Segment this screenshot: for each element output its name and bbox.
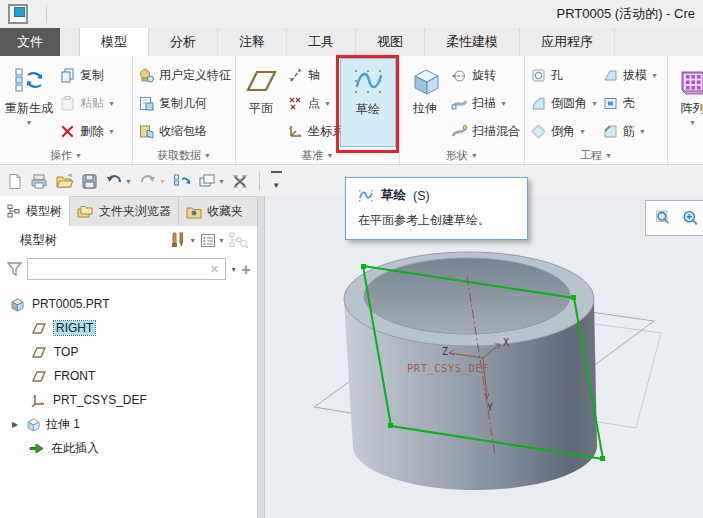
zoom-in-icon[interactable] (682, 208, 699, 228)
rib-dropdown[interactable]: ▼ (639, 128, 646, 135)
add-filter-button[interactable]: + (241, 261, 251, 278)
group-label-get-data[interactable]: 获取数据▼ (133, 147, 235, 164)
group-label-datum[interactable]: 基准▼ (236, 147, 399, 164)
get-data-column: 用户定义特征 复制几何 收缩包络 (135, 58, 234, 147)
udf-button[interactable]: 用户定义特征 (135, 61, 234, 89)
redo-button[interactable]: ▼ (139, 173, 166, 189)
regenerate-small-button[interactable] (173, 173, 191, 190)
clear-filter-icon[interactable]: ✕ (208, 263, 221, 276)
tree-item-part[interactable]: PRT0005.PRT (0, 292, 257, 316)
tab-flexible-modeling[interactable]: 柔性建模 (425, 28, 520, 56)
draft-label: 拔模 (623, 67, 647, 84)
tab-annotate[interactable]: 注释 (218, 28, 287, 56)
group-label-engineering[interactable]: 工程▼ (525, 147, 667, 164)
round-button[interactable]: 倒圆角 ▼ (527, 89, 599, 117)
swept-blend-label: 扫描混合 (472, 123, 520, 140)
filter-dropdown[interactable]: ▼ (230, 266, 237, 273)
tab-file[interactable]: 文件 (0, 28, 60, 56)
tree-item-extrude1[interactable]: ▶ 拉伸 1 (0, 412, 257, 436)
tree-item-csys[interactable]: PRT_CSYS_DEF (0, 388, 257, 412)
navigator-panel: 模型树 文件夹浏览器 收藏夹 模型树 ▼ ▼ (0, 196, 258, 518)
tree-filter-input[interactable] (32, 261, 208, 277)
point-button[interactable]: 点 ▼ (284, 89, 340, 117)
undo-button[interactable]: ▼ (105, 173, 132, 189)
csys-button[interactable]: 坐标系 (284, 117, 340, 145)
chamfer-dropdown[interactable]: ▼ (579, 128, 586, 135)
tab-applications[interactable]: 应用程序 (520, 28, 615, 56)
copy-label: 复制 (80, 67, 104, 84)
pattern-dropdown[interactable]: ▼ (689, 119, 696, 126)
paste-button[interactable]: 粘贴 ▼ (56, 89, 118, 117)
round-dropdown[interactable]: ▼ (591, 100, 598, 107)
tab-tools[interactable]: 工具 (287, 28, 356, 56)
new-file-button[interactable] (7, 173, 23, 190)
pattern-button[interactable]: 阵列 ▼ (671, 58, 703, 147)
tree-item-top[interactable]: TOP (0, 340, 257, 364)
delete-dropdown[interactable]: ▼ (108, 128, 115, 135)
point-dropdown[interactable]: ▼ (324, 100, 331, 107)
sweep-dropdown[interactable]: ▼ (500, 100, 507, 107)
tree-item-insert-here[interactable]: 在此插入 (0, 436, 257, 460)
chamfer-button[interactable]: 倒角 ▼ (527, 117, 599, 145)
shrinkwrap-button[interactable]: 收缩包络 (135, 117, 234, 145)
copy-button[interactable]: 复制 (56, 61, 118, 89)
tree-item-front[interactable]: FRONT (0, 364, 257, 388)
delete-icon (59, 123, 76, 140)
tab-favorites[interactable]: 收藏夹 (179, 196, 257, 226)
paste-dropdown[interactable]: ▼ (108, 100, 115, 107)
csys-tree-icon (31, 393, 46, 407)
view-toolbar (645, 200, 703, 236)
expand-arrow-icon[interactable]: ▶ (12, 420, 21, 429)
shell-button[interactable]: 壳 (599, 89, 661, 117)
tree-tools-button[interactable]: ▼ (169, 232, 196, 248)
rib-button[interactable]: 筋 ▼ (599, 117, 661, 145)
window-switch-button[interactable]: ▼ (198, 173, 225, 189)
panel-splitter[interactable] (258, 196, 265, 518)
ribbon-group-datum: 平面 轴 点 ▼ 坐标系 (236, 56, 400, 164)
tree-filter-field: ✕ (27, 258, 226, 280)
group-label-operations[interactable]: 操作▼ (0, 147, 132, 164)
extrude-button[interactable]: 拉伸 (402, 58, 448, 147)
save-button[interactable] (81, 173, 98, 190)
axis-label: 轴 (308, 67, 320, 84)
tab-folder-browser[interactable]: 文件夹浏览器 (70, 196, 179, 226)
draft-button[interactable]: 拔模 ▼ (599, 61, 661, 89)
csys-label[interactable]: PRT_CSYS_DEF (407, 362, 489, 375)
axis-button[interactable]: 轴 (284, 61, 340, 89)
title-bar: PRT0005 (活动的) - Cre (0, 0, 703, 28)
ribbon-group-engineering: 孔 倒圆角 ▼ 倒角 ▼ 拔模 (525, 56, 668, 164)
graphics-area[interactable]: Z X Y PRT_CSYS_DEF (264, 196, 703, 518)
tab-model[interactable]: 模型 (79, 28, 149, 56)
window-switch-dropdown[interactable]: ▼ (218, 178, 225, 185)
csys-icon (287, 123, 304, 140)
open-button[interactable] (55, 173, 74, 190)
group-label-pattern (668, 147, 703, 164)
copy-geometry-button[interactable]: 复制几何 (135, 89, 234, 117)
undo-dropdown[interactable]: ▼ (125, 178, 132, 185)
regenerate-dropdown[interactable]: ▼ (26, 119, 33, 126)
group-label-shapes[interactable]: 形状▼ (400, 147, 524, 164)
revolve-button[interactable]: 旋转 (448, 61, 523, 89)
tree-item-right[interactable]: RIGHT (0, 316, 257, 340)
sketch-button[interactable]: 草绘 (340, 58, 396, 147)
tab-model-tree[interactable]: 模型树 (0, 196, 70, 226)
filter-icon[interactable] (6, 261, 23, 277)
udf-icon (138, 67, 155, 84)
delete-button[interactable]: 删除 ▼ (56, 117, 118, 145)
app-icon[interactable] (8, 4, 28, 24)
draft-dropdown[interactable]: ▼ (651, 72, 658, 79)
tab-analysis[interactable]: 分析 (149, 28, 218, 56)
tab-view[interactable]: 视图 (356, 28, 425, 56)
tree-show-button[interactable] (229, 232, 249, 248)
plane-button[interactable]: 平面 (238, 58, 284, 147)
swept-blend-button[interactable]: 扫描混合 (448, 117, 523, 145)
redo-dropdown[interactable]: ▼ (159, 178, 166, 185)
zoom-region-icon[interactable] (655, 208, 672, 228)
close-window-button[interactable] (232, 174, 248, 189)
sweep-button[interactable]: 扫描 ▼ (448, 89, 523, 117)
tree-settings-button[interactable]: ▼ (200, 233, 225, 248)
regenerate-button[interactable]: 重新生成 ▼ (2, 58, 56, 147)
print-button[interactable] (30, 173, 48, 190)
hole-button[interactable]: 孔 (527, 61, 599, 89)
collapse-ribbon-button[interactable]: ▼ (271, 171, 282, 192)
